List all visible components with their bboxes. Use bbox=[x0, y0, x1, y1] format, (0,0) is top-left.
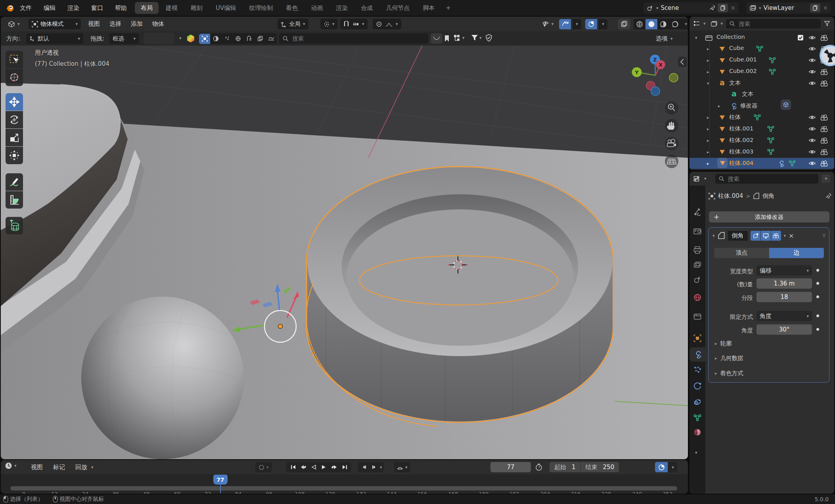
tab-world[interactable] bbox=[693, 293, 701, 301]
outliner-row-cube[interactable]: ▸ Cube bbox=[689, 43, 834, 54]
outliner-row-modifiers[interactable]: ▸ 修改器 bbox=[689, 100, 834, 111]
angle-field[interactable]: 30° bbox=[756, 324, 812, 335]
checkbox-checked-icon[interactable] bbox=[797, 34, 804, 41]
tab-geometry-nodes[interactable]: 几何节点 bbox=[380, 2, 416, 14]
section-profile[interactable]: ▸轮廓 bbox=[715, 340, 732, 347]
menu-window[interactable]: 窗口 bbox=[90, 4, 105, 12]
drag-mode-dropdown[interactable]: 框选 ▾ bbox=[109, 33, 139, 44]
tool-add-primitive[interactable] bbox=[6, 217, 23, 234]
timeline-playback-menu[interactable]: 回放▾ bbox=[74, 464, 94, 471]
outliner-row-cylinder002[interactable]: ▸ 柱体.002 bbox=[689, 135, 834, 146]
filter-fluid-toggle[interactable] bbox=[221, 34, 232, 44]
shading-wireframe-button[interactable] bbox=[634, 19, 645, 29]
modifier-extras-dropdown[interactable]: ▾ bbox=[784, 234, 786, 238]
tab-scripting[interactable]: 脚本 bbox=[417, 2, 440, 14]
eye-icon[interactable] bbox=[808, 80, 816, 86]
shading-material-button[interactable] bbox=[657, 19, 669, 29]
sync-dropdown[interactable]: ▾ bbox=[668, 462, 677, 472]
properties-editor-icon[interactable] bbox=[693, 176, 701, 182]
play-button[interactable] bbox=[319, 462, 329, 472]
object-menu[interactable]: 物体 bbox=[151, 20, 166, 28]
keying-set-controls[interactable]: ▾ bbox=[255, 462, 272, 472]
jump-to-end-button[interactable] bbox=[339, 462, 350, 472]
new-viewlayer-button[interactable] bbox=[810, 4, 820, 12]
playhead-label[interactable]: 77 bbox=[213, 475, 228, 485]
axis-ball-neg-y[interactable] bbox=[669, 73, 678, 82]
transform-orientation-selector[interactable]: 全局 ▾ bbox=[278, 19, 308, 29]
animate-dot[interactable] bbox=[816, 314, 819, 317]
search-input[interactable] bbox=[291, 35, 425, 42]
view-menu[interactable]: 视图 bbox=[86, 20, 102, 28]
pin-icon[interactable] bbox=[710, 5, 715, 11]
camera-icon[interactable] bbox=[820, 115, 828, 121]
expand-icon[interactable]: ▸ bbox=[718, 104, 720, 108]
tool-scale[interactable] bbox=[6, 129, 23, 146]
eye-icon[interactable] bbox=[808, 69, 816, 75]
new-scene-button[interactable] bbox=[718, 4, 728, 12]
expand-icon[interactable]: ▸ bbox=[707, 47, 709, 51]
tab-object[interactable] bbox=[693, 334, 701, 342]
wrench-icon[interactable] bbox=[693, 351, 701, 358]
xray-toggle[interactable] bbox=[618, 19, 630, 29]
zoom-button[interactable] bbox=[665, 101, 678, 115]
tab-modeling[interactable]: 建模 bbox=[160, 2, 184, 14]
filter-duplicate-toggle[interactable] bbox=[255, 34, 266, 44]
autokey-dropdown[interactable]: ▾ bbox=[405, 465, 408, 470]
filter-object-toggle[interactable] bbox=[199, 34, 210, 44]
end-frame-field[interactable]: 结束250 bbox=[581, 462, 619, 472]
shading-rendered-button[interactable] bbox=[669, 19, 681, 29]
properties-options-dropdown[interactable]: ▾ bbox=[822, 174, 830, 183]
outliner-display-chevron[interactable]: ▾ bbox=[721, 21, 723, 26]
drag-handle[interactable]: ⠿ bbox=[823, 234, 826, 238]
eye-icon[interactable] bbox=[808, 138, 816, 143]
camera-icon[interactable] bbox=[820, 126, 828, 132]
scene-dropdown-icon[interactable]: ▾ bbox=[656, 6, 659, 10]
tool-measure[interactable] bbox=[6, 191, 23, 209]
timeline-scrollbar[interactable] bbox=[10, 486, 677, 491]
shading-solid-button[interactable] bbox=[645, 19, 657, 29]
row-label[interactable]: Cube.002 bbox=[729, 68, 757, 74]
tool-select-box[interactable] bbox=[6, 51, 23, 68]
menu-render[interactable]: 渲染 bbox=[66, 4, 81, 12]
shield-check-icon[interactable] bbox=[485, 34, 492, 42]
editor-type-button[interactable]: ▾ bbox=[5, 19, 23, 29]
eye-icon[interactable] bbox=[808, 46, 816, 52]
row-label[interactable]: 柱体 bbox=[729, 113, 741, 121]
outliner-row-cube002[interactable]: ▸ Cube.002 bbox=[689, 66, 834, 77]
outliner-row-text-data[interactable]: a 文本 bbox=[689, 89, 834, 100]
gizmo-dropdown[interactable]: ▾ bbox=[573, 19, 581, 29]
menu-file[interactable]: 文件 bbox=[18, 4, 33, 12]
outliner-editor-icon[interactable] bbox=[693, 21, 700, 27]
add-workspace-button[interactable]: + bbox=[442, 2, 455, 14]
tab-compositing[interactable]: 合成 bbox=[355, 2, 379, 14]
step-forward-button[interactable] bbox=[370, 462, 379, 472]
timeline-ruler[interactable]: 0 12 24 36 48 60 72 84 96 108 120 132 14… bbox=[1, 474, 688, 494]
viewport-search[interactable] bbox=[279, 33, 428, 44]
eye-icon[interactable] bbox=[808, 126, 816, 132]
timeline-marker-menu[interactable]: 标记 bbox=[52, 464, 67, 471]
section-geometry[interactable]: ▸几何数据 bbox=[715, 355, 743, 362]
eye-icon[interactable] bbox=[808, 57, 816, 63]
row-label[interactable]: 柱体.001 bbox=[729, 125, 753, 132]
playhead-line[interactable] bbox=[220, 484, 221, 493]
row-label[interactable]: 柱体.003 bbox=[729, 148, 753, 155]
magnet-icon[interactable] bbox=[343, 21, 349, 27]
add-menu[interactable]: 添加 bbox=[129, 20, 144, 28]
axis-ball-neg-z[interactable] bbox=[651, 87, 660, 96]
collapse-icon[interactable]: ▾ bbox=[707, 81, 709, 86]
expand-icon[interactable]: ▸ bbox=[707, 70, 709, 74]
camera-icon[interactable] bbox=[820, 69, 828, 75]
show-gizmo-toggle[interactable] bbox=[559, 19, 571, 29]
row-label[interactable]: Cube.001 bbox=[729, 56, 757, 63]
hierarchy-button[interactable]: ▾ bbox=[454, 34, 465, 42]
step-back-button[interactable] bbox=[359, 462, 369, 472]
proportional-edit-icon[interactable] bbox=[376, 21, 382, 27]
width-type-dropdown[interactable]: 偏移▾ bbox=[756, 265, 812, 276]
filter-collapse-chevron[interactable]: ▾ bbox=[179, 36, 182, 40]
tab-particles[interactable] bbox=[693, 366, 701, 374]
affect-vertices-tab[interactable]: 顶点 bbox=[714, 248, 769, 258]
tab-viewlayer[interactable] bbox=[693, 261, 701, 268]
section-shading[interactable]: ▸着色方式 bbox=[715, 370, 743, 377]
stopwatch-icon[interactable] bbox=[535, 463, 542, 471]
limit-method-dropdown[interactable]: 角度▾ bbox=[756, 311, 812, 321]
